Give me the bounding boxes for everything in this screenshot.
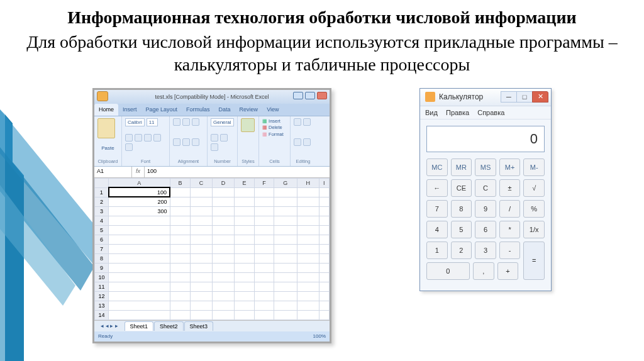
key-multiply[interactable]: * [499,221,521,238]
align-left-icon[interactable] [173,138,180,146]
font-size-combo[interactable]: 11 [147,118,158,126]
col-header-i[interactable]: I [319,178,329,187]
spreadsheet-grid[interactable]: A B C D E F G H I 1100 2200 3300 4 5 6 7… [94,178,330,320]
fx-icon[interactable]: fx [132,167,145,177]
key-ms[interactable]: MS [475,158,496,176]
key-mc[interactable]: MC [426,158,448,176]
sheet-tab-1[interactable]: Sheet1 [125,321,154,331]
align-bottom-icon[interactable] [192,118,199,126]
zoom-level[interactable]: 100% [313,333,326,339]
key-2[interactable]: 2 [451,242,472,259]
key-9[interactable]: 9 [475,200,496,218]
row-header[interactable]: 4 [95,216,109,225]
align-center-icon[interactable] [182,138,190,146]
key-mr[interactable]: MR [451,158,472,176]
key-4[interactable]: 4 [426,221,448,238]
sheet-tab-3[interactable]: Sheet3 [184,321,214,331]
key-minus[interactable]: - [499,242,521,259]
row-header[interactable]: 9 [95,263,109,272]
key-1[interactable]: 1 [426,242,448,259]
autosum-icon[interactable] [294,118,301,126]
row-header[interactable]: 14 [95,310,109,319]
formula-input[interactable]: 100 [145,167,330,177]
font-name-combo[interactable]: Calibri [125,118,145,126]
key-divide[interactable]: / [499,200,521,218]
sheet-tab-2[interactable]: Sheet2 [154,321,184,331]
key-backspace[interactable]: ← [426,179,448,197]
percent-icon[interactable] [220,134,228,142]
calc-minimize-button[interactable]: ─ [501,91,517,103]
delete-button[interactable]: ▦ Delete [262,125,287,131]
row-header[interactable]: 5 [95,225,109,235]
fill-color-icon[interactable] [125,143,133,151]
cell-a2[interactable]: 200 [109,197,170,206]
key-6[interactable]: 6 [475,221,496,238]
styles-icon[interactable] [241,118,255,132]
tab-formulas[interactable]: Formulas [182,104,214,116]
key-ce[interactable]: CE [451,179,472,197]
col-header-h[interactable]: H [297,178,319,187]
insert-button[interactable]: ▦ Insert [262,118,287,125]
key-7[interactable]: 7 [426,200,448,218]
col-header-f[interactable]: F [255,178,274,187]
tab-insert[interactable]: Insert [118,104,142,116]
key-equals[interactable]: = [523,242,545,280]
col-header-g[interactable]: G [274,178,297,187]
align-middle-icon[interactable] [182,118,190,126]
office-button-icon[interactable] [97,91,108,101]
align-top-icon[interactable] [173,118,180,126]
format-button[interactable]: ▦ Format [262,131,287,138]
tab-home[interactable]: Home [94,104,118,116]
key-3[interactable]: 3 [475,242,496,259]
menu-help[interactable]: Справка [477,109,504,116]
calc-close-button[interactable]: ✕ [532,91,548,103]
row-header[interactable]: 3 [95,206,109,216]
paste-icon[interactable] [97,118,115,138]
key-5[interactable]: 5 [451,221,472,238]
tab-view[interactable]: View [262,104,283,116]
row-header[interactable]: 6 [95,235,109,244]
close-button[interactable] [317,92,327,99]
row-header[interactable]: 12 [95,291,109,301]
italic-icon[interactable] [135,134,142,142]
number-format-combo[interactable]: General [211,118,234,126]
key-sqrt[interactable]: √ [523,179,545,197]
key-mminus[interactable]: M- [523,158,545,176]
calc-maximize-button[interactable]: □ [516,91,533,103]
name-box[interactable]: A1 [94,167,132,177]
select-all-cell[interactable] [95,178,109,187]
row-header[interactable]: 1 [95,187,109,197]
row-header[interactable]: 10 [95,272,109,282]
menu-edit[interactable]: Правка [446,109,469,116]
currency-icon[interactable] [211,134,218,142]
key-percent[interactable]: % [523,200,545,218]
tab-data[interactable]: Data [214,104,235,116]
menu-view[interactable]: Вид [425,109,438,116]
comma-icon[interactable] [211,143,218,151]
row-header[interactable]: 13 [95,301,109,310]
tab-review[interactable]: Review [235,104,263,116]
maximize-button[interactable] [305,92,315,99]
underline-icon[interactable] [144,134,152,142]
key-mplus[interactable]: M+ [499,158,521,176]
bold-icon[interactable] [125,134,133,142]
sort-icon[interactable] [294,138,301,146]
cell-a1[interactable]: 100 [109,187,170,197]
row-header[interactable]: 7 [95,244,109,253]
fill-icon[interactable] [303,118,311,126]
align-right-icon[interactable] [192,138,199,146]
sheet-nav-icon[interactable]: ◂ ◂ ▸ ▸ [94,323,125,329]
col-header-c[interactable]: C [191,178,213,187]
row-header[interactable]: 2 [95,197,109,206]
key-reciprocal[interactable]: 1/x [523,221,545,238]
border-icon[interactable] [153,134,161,142]
col-header-e[interactable]: E [234,178,255,187]
tab-page-layout[interactable]: Page Layout [142,104,182,116]
cell-a3[interactable]: 300 [109,206,170,216]
row-header[interactable]: 8 [95,253,109,263]
col-header-b[interactable]: B [170,178,191,187]
minimize-button[interactable] [293,92,303,99]
key-8[interactable]: 8 [451,200,472,218]
key-negate[interactable]: ± [499,179,521,197]
col-header-a[interactable]: A [109,178,170,187]
